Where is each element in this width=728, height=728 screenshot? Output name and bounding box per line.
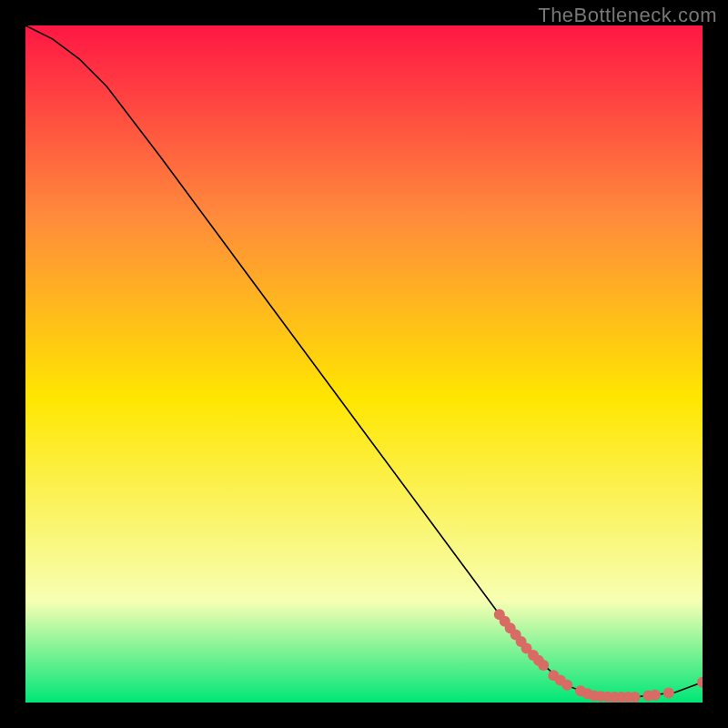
data-point [538,660,549,671]
plot-svg [25,25,703,703]
data-point [650,690,661,701]
data-point [663,688,674,699]
plot-area [25,25,703,703]
data-point [630,692,641,703]
watermark-text: TheBottleneck.com [538,4,717,27]
data-point [561,680,572,691]
gradient-background [25,25,703,703]
chart-container: TheBottleneck.com [0,0,728,728]
